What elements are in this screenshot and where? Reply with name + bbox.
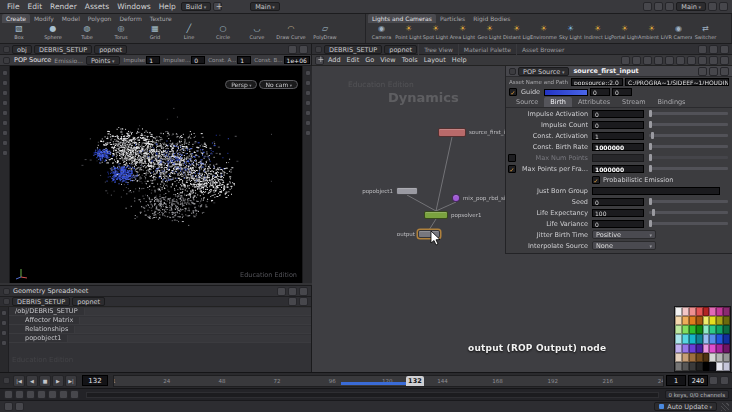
pane-pin-icon[interactable] — [3, 288, 10, 295]
tool-icon[interactable] — [643, 56, 652, 65]
param-label[interactable]: Life Variance — [508, 220, 592, 228]
guide-value-field[interactable]: 0 — [590, 88, 610, 96]
color-swatch[interactable] — [689, 325, 696, 334]
tool-icon[interactable] — [2, 110, 8, 116]
param-field[interactable] — [592, 154, 644, 162]
shelf-tool-vr-camera[interactable]: ◉VR Camera — [665, 23, 692, 43]
menu-help[interactable]: Help — [155, 2, 180, 11]
tool-icon[interactable] — [2, 130, 8, 136]
shelf-tool-area-light[interactable]: ☀Area Light — [449, 23, 476, 43]
tool-icon[interactable] — [687, 56, 696, 65]
tool-icon[interactable] — [709, 67, 718, 76]
color-swatch[interactable] — [696, 325, 703, 334]
param-label[interactable]: Jitter Birth Time — [508, 231, 592, 239]
shelf-tool-circle[interactable]: ○Circle — [206, 23, 240, 43]
tool-icon[interactable] — [2, 150, 8, 156]
guide-color-swatch[interactable] — [544, 89, 588, 96]
color-swatch[interactable] — [709, 344, 716, 353]
color-swatch[interactable] — [682, 334, 689, 343]
tool-icon[interactable] — [26, 390, 35, 399]
color-swatch[interactable] — [682, 362, 689, 371]
slider-handle[interactable] — [649, 220, 652, 227]
tool-icon[interactable] — [299, 287, 308, 296]
pane-pin-icon[interactable] — [509, 68, 516, 75]
shelf-tool-draw-curve[interactable]: ◠Draw Curve — [274, 23, 308, 43]
param-slider[interactable] — [649, 167, 728, 170]
shelf-tool-curve[interactable]: ◡Curve — [240, 23, 274, 43]
tree-item[interactable]: Affector Matrix — [9, 316, 311, 325]
param-field[interactable]: 1000000 — [592, 165, 644, 173]
tool-icon[interactable] — [59, 390, 68, 399]
color-swatch[interactable] — [696, 334, 703, 343]
tool-icon[interactable] — [288, 287, 297, 296]
color-swatch[interactable] — [696, 353, 703, 362]
color-swatch[interactable] — [689, 334, 696, 343]
color-swatch[interactable] — [716, 334, 723, 343]
shelf-tab-rigid-bodies[interactable]: Rigid Bodies — [469, 14, 514, 23]
color-swatch[interactable] — [709, 353, 716, 362]
param-tab-birth[interactable]: Birth — [544, 97, 572, 107]
shelf-tab-particles[interactable]: Particles — [436, 14, 469, 23]
shelf-tool-line[interactable]: ╱Line — [172, 23, 206, 43]
pane-tab-material-palette[interactable]: Material Palette — [458, 44, 516, 55]
playhead[interactable]: 132 — [406, 376, 424, 387]
view-selector[interactable]: Persp — [225, 80, 257, 89]
shelf-tab-polygon[interactable]: Polygon — [84, 14, 116, 23]
color-swatch[interactable] — [709, 325, 716, 334]
asset-name-field[interactable]: popsource::2.0 — [571, 78, 623, 86]
shelf-tab-texture[interactable]: Texture — [146, 14, 176, 23]
param-slider[interactable] — [649, 123, 728, 126]
node-mix_pop_rbd_sim_item[interactable] — [452, 194, 460, 202]
color-swatch[interactable] — [682, 344, 689, 353]
param-label[interactable]: Seed — [508, 198, 592, 206]
asset-path-field[interactable]: C:/PROGRA~1/SIDEEF~1/HOUDIN~1.716/houdin… — [625, 78, 729, 86]
tool-icon[interactable] — [37, 390, 46, 399]
field-value[interactable]: 0 — [191, 56, 205, 64]
color-swatch[interactable] — [716, 353, 723, 362]
shelf-tool-environment-light[interactable]: ☀Environment Light — [530, 23, 557, 43]
param-slider[interactable] — [649, 222, 728, 225]
slider-handle[interactable] — [649, 154, 652, 161]
checkbox[interactable]: ✓ — [508, 165, 516, 173]
tool-icon[interactable] — [698, 45, 707, 54]
color-swatch[interactable] — [682, 325, 689, 334]
menu-windows[interactable]: Windows — [113, 2, 154, 11]
net-menu-layout[interactable]: Layout — [421, 56, 449, 64]
viewport-canvas[interactable] — [10, 66, 302, 283]
tool-icon[interactable] — [665, 2, 674, 11]
slider-handle[interactable] — [649, 110, 652, 117]
shelf-tool-camera[interactable]: ◉Camera — [368, 23, 395, 43]
shelf-tool-point-light[interactable]: ☀Point Light — [395, 23, 422, 43]
tool-icon[interactable] — [305, 100, 311, 106]
color-swatch[interactable] — [675, 307, 682, 316]
field-value[interactable]: 1 — [146, 56, 160, 64]
slider-handle[interactable] — [651, 132, 654, 139]
play-button[interactable]: ▶ — [52, 375, 64, 387]
field-value[interactable]: 1 — [237, 56, 251, 64]
param-field[interactable] — [592, 187, 720, 195]
range-start-field[interactable]: 1 — [666, 375, 686, 386]
breadcrumb-item[interactable]: DEBRIS_SETUP — [324, 45, 382, 54]
param-slider[interactable] — [649, 112, 728, 115]
param-slider[interactable] — [649, 211, 728, 214]
tool-icon[interactable] — [288, 45, 297, 54]
network-editor[interactable]: Education Edition Dynamics source_first_… — [312, 66, 505, 372]
color-swatch[interactable] — [675, 325, 682, 334]
shelf-tool-torus[interactable]: ◎Torus — [104, 23, 138, 43]
camera-selector[interactable]: No cam — [259, 80, 298, 89]
node-type-selector[interactable]: POP Source — [518, 67, 569, 76]
pane-tab-asset-browser[interactable]: Asset Browser — [516, 44, 570, 55]
shelf-set-selector[interactable]: Main — [250, 2, 280, 11]
color-swatch[interactable] — [709, 307, 716, 316]
checkbox[interactable]: ✓ — [592, 176, 600, 184]
desktop-selector[interactable]: Build — [181, 2, 211, 11]
pane-pin-icon[interactable] — [3, 298, 10, 305]
color-swatch[interactable] — [703, 307, 710, 316]
tool-icon[interactable] — [4, 390, 13, 399]
color-swatch[interactable] — [723, 344, 730, 353]
color-swatch[interactable] — [696, 307, 703, 316]
color-swatch[interactable] — [682, 316, 689, 325]
playbar-pin-icon[interactable] — [3, 377, 10, 384]
node-popsolver1[interactable] — [424, 211, 448, 219]
tool-icon[interactable] — [2, 80, 8, 86]
